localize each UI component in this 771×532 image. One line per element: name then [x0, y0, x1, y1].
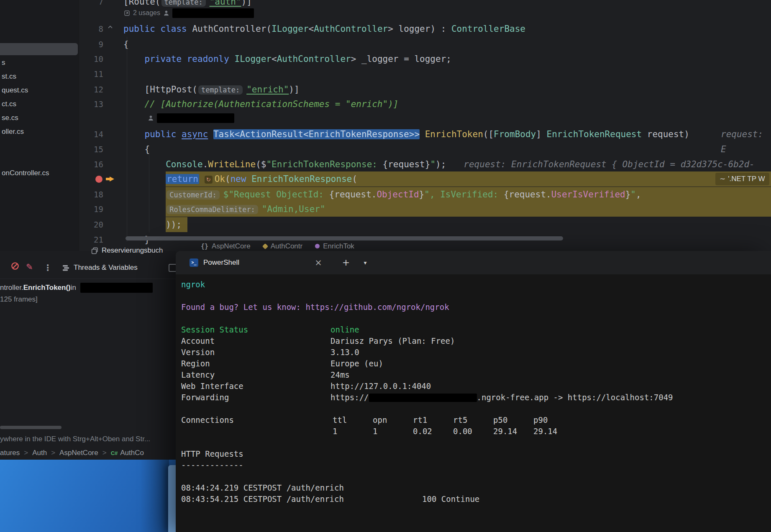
powershell-icon: >_: [190, 258, 198, 267]
background-window-edge: [168, 465, 176, 532]
code-line-l10[interactable]: 10 private readonly ILogger<AuthControll…: [0, 51, 771, 66]
console-tab-icon[interactable]: [169, 264, 176, 272]
code-token: ": [630, 189, 636, 200]
code-token: template:: [161, 0, 206, 7]
stack-frame-row[interactable]: ntroller.EnrichToken() in: [0, 282, 153, 294]
pencil-icon[interactable]: ✎: [26, 261, 33, 273]
breadcrumb-item[interactable]: EnrichTok: [315, 242, 354, 251]
code-line-l15[interactable]: 15 {: [0, 142, 771, 157]
breadcrumb-label: EnrichTok: [323, 242, 354, 251]
breadcrumb-item[interactable]: {}AspNetCore: [201, 242, 251, 251]
code-token: "EnrichTokenResponse:: [266, 159, 382, 169]
code-line-l11[interactable]: 11: [0, 66, 771, 82]
code-token: FromBody: [494, 129, 536, 139]
code-token: EnrichTokenResponse: [251, 174, 352, 184]
code-line-l17[interactable]: return ↻Ok(new EnrichTokenResponse(∼'.NE…: [0, 171, 771, 187]
mute-breakpoints-icon[interactable]: [11, 262, 19, 270]
http-requests-underline: -------------: [181, 460, 771, 471]
code-token: ));: [123, 220, 182, 230]
terminal-titlebar[interactable]: >_ PowerShell × + ▾: [176, 251, 771, 274]
request-text: 08:44:24.219 CESTPOST /auth/enrich: [181, 483, 344, 492]
breadcrumb-item[interactable]: Auth: [32, 448, 47, 458]
more-options-icon[interactable]: ⋮: [44, 262, 52, 274]
terminal-tab-title[interactable]: PowerShell: [203, 251, 239, 274]
code-token: ]: [536, 129, 546, 139]
breadcrumb-separator: >: [102, 448, 107, 458]
chevron-down-icon[interactable]: ▾: [359, 251, 371, 274]
code-token: AuthController: [192, 24, 266, 34]
code-token: new: [231, 174, 246, 184]
desktop-wallpaper: [0, 460, 176, 532]
tab-threads-variables[interactable]: Threads & Variables: [63, 261, 138, 274]
terminal-output[interactable]: ngrokFound a bug? Let us know: https://g…: [181, 274, 771, 532]
line-number: 13: [79, 97, 103, 112]
code-token: "auth": [210, 0, 241, 7]
project-file-panel[interactable]: sst.csquest.csct.csse.csoller.csonContro…: [0, 0, 79, 251]
debug-value-hint: request: EnrichTokenRequest { ObjectId =…: [464, 159, 754, 169]
new-tab-icon[interactable]: +: [340, 251, 352, 274]
method-icon: [315, 244, 320, 248]
chevron-up-icon[interactable]: [108, 25, 113, 29]
code-token: CustomerId:: [166, 190, 220, 200]
connections-column-header: rt5: [451, 414, 491, 426]
code-token: )]: [289, 84, 299, 95]
sidebar-item[interactable]: st.cs: [2, 72, 16, 81]
code-text: return ↻Ok(new EnrichTokenResponse(: [123, 171, 357, 187]
status-row: Forwardinghttps://.ngrok-free.app -> htt…: [181, 392, 771, 403]
connections-values: 110.020.0029.1429.14: [181, 426, 771, 437]
debugger-scrollbar[interactable]: [0, 426, 61, 429]
thread-label: ∼'.NET TP W: [715, 173, 769, 185]
breadcrumb-item[interactable]: atures: [0, 448, 20, 458]
sidebar-item[interactable]: ct.cs: [2, 100, 16, 109]
usages-label[interactable]: 2 usages: [133, 7, 160, 19]
connections-value: 29.14: [491, 426, 531, 437]
underline-dashes: -------------: [181, 460, 243, 470]
blank-line: [181, 313, 771, 324]
sidebar-item[interactable]: se.cs: [2, 113, 18, 123]
code-line-l12[interactable]: 12 [HttpPost(template:"enrich")]: [0, 82, 771, 97]
code-token: }: [625, 189, 631, 200]
breakpoint-icon[interactable]: [95, 176, 102, 183]
status-value: Europe (eu): [330, 359, 383, 368]
sidebar-selected-item[interactable]: [0, 43, 78, 55]
code-line-usages[interactable]: 2 usages: [0, 7, 771, 19]
code-token: <: [309, 24, 314, 34]
code-token: [Route(: [123, 0, 161, 7]
powershell-window[interactable]: >_ PowerShell × + ▾ ngrokFound a bug? Le…: [176, 251, 771, 532]
line-number: 8: [79, 21, 103, 36]
breadcrumb-item[interactable]: C#AuthCo: [111, 448, 144, 458]
status-label: Region: [181, 358, 330, 369]
request-status: 100 Continue: [422, 494, 479, 505]
sidebar-item[interactable]: quest.cs: [2, 86, 28, 95]
connections-column-header: rt1: [411, 414, 451, 426]
sidebar-item[interactable]: onController.cs: [2, 169, 49, 178]
breadcrumb-item[interactable]: AspNetCore: [59, 448, 98, 458]
code-line-l9[interactable]: 9{: [0, 37, 771, 52]
code-token: EnrichToken: [425, 129, 483, 139]
status-label: Forwarding: [181, 392, 330, 403]
code-line-l19[interactable]: 19 RolesCommaDelimiter:"Admin,User": [0, 202, 771, 217]
code-token: .: [203, 159, 208, 169]
code-editor[interactable]: 7[Route(template:"auth")]2 usages8public…: [0, 0, 771, 251]
close-tab-icon[interactable]: ×: [312, 251, 325, 274]
code-text: {: [123, 142, 150, 157]
code-token: {request.: [504, 189, 551, 200]
code-line-l14[interactable]: 14 public async Task<ActionResult<Enrich…: [0, 127, 771, 142]
debug-session-tab[interactable]: Reservierungsbuch: [91, 245, 163, 256]
forwarding-prefix: https://: [330, 393, 369, 402]
code-token: Task<ActionResult<EnrichTokenResponse>>: [213, 129, 420, 139]
sidebar-item[interactable]: s: [2, 58, 5, 67]
code-line-l18[interactable]: 18 CustomerId:$"Request ObjectId: {reque…: [0, 187, 771, 202]
sidebar-item[interactable]: oller.cs: [2, 127, 24, 136]
code-token: ", IsVerified:: [424, 189, 504, 200]
code-line-l20[interactable]: 20 ));: [0, 217, 771, 232]
editor-horizontal-scrollbar[interactable]: [126, 236, 563, 240]
status-value: https://.ngrok-free.app -> https://local…: [330, 393, 673, 402]
smart-step-into-icon[interactable]: ↻: [205, 176, 213, 184]
code-line-l13[interactable]: 13 // [Authorize(AuthenticationSchemes =…: [0, 97, 771, 112]
redaction-bar: [172, 8, 254, 18]
code-line-l16[interactable]: 16 Console.WriteLine($"EnrichTokenRespon…: [0, 157, 771, 172]
code-line-l8[interactable]: 8public class AuthController(ILogger<Aut…: [0, 21, 771, 36]
breadcrumb-item[interactable]: AuthContr: [263, 242, 303, 251]
code-line-author[interactable]: [0, 112, 771, 124]
